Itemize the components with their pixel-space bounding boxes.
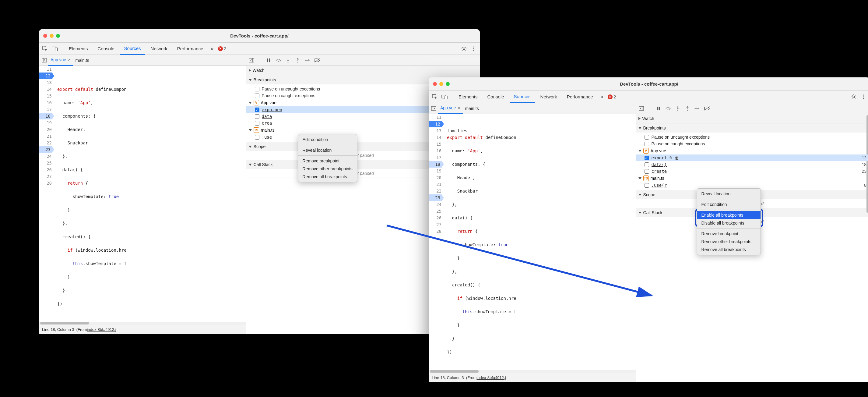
breakpoint-item[interactable]: ✓ export ✎ 🗑 12 (636, 154, 868, 161)
step-out-icon[interactable] (684, 105, 691, 112)
device-toolbar-icon[interactable] (51, 45, 59, 53)
tab-network[interactable]: Network (536, 91, 561, 103)
minimize-window-icon[interactable] (50, 34, 54, 38)
checkbox-checked-icon[interactable]: ✓ (255, 108, 259, 112)
file-tab-app-vue[interactable]: App.vue × (48, 55, 73, 66)
delete-icon[interactable]: 🗑 (675, 155, 679, 160)
menu-enable-all-breakpoints[interactable]: Enable all breakpoints (697, 211, 761, 219)
watch-section[interactable]: Watch (636, 114, 868, 123)
checkbox-icon[interactable] (645, 183, 649, 188)
tab-network[interactable]: Network (147, 42, 172, 55)
checkbox-icon[interactable] (645, 162, 649, 167)
close-tab-icon[interactable]: × (458, 106, 460, 110)
breakpoint-marker[interactable]: 23 (39, 146, 54, 153)
more-tabs-icon[interactable]: » (598, 93, 605, 100)
tab-elements[interactable]: Elements (454, 91, 482, 103)
svg-line-21 (314, 58, 320, 62)
code-editor[interactable]: 11 12 13 14 15 16 17 18 19 20 21 22 23 2… (429, 114, 636, 370)
inspect-icon[interactable] (431, 93, 439, 101)
pause-caught-checkbox[interactable]: Pause on caught exceptions (636, 140, 868, 147)
vertical-scrollbar[interactable] (866, 115, 868, 373)
tab-console[interactable]: Console (483, 91, 508, 103)
settings-gear-icon[interactable] (849, 93, 858, 101)
show-navigator-icon[interactable] (40, 58, 48, 62)
edit-icon[interactable]: ✎ (669, 155, 673, 160)
pause-uncaught-checkbox[interactable]: Pause on uncaught exceptions (636, 134, 868, 140)
kebab-menu-icon[interactable] (469, 45, 478, 53)
breakpoint-group-main[interactable]: TS main.ts (636, 175, 868, 182)
tab-console[interactable]: Console (93, 42, 119, 55)
menu-remove-other-breakpoints[interactable]: Remove other breakpoints (697, 238, 761, 246)
line-gutter[interactable]: 11 12 13 14 15 16 17 18 19 20 21 22 23 2… (429, 114, 444, 370)
checkbox-icon[interactable] (255, 135, 259, 140)
menu-edit-condition[interactable]: Edit condition (697, 200, 761, 208)
tab-sources[interactable]: Sources (510, 91, 535, 103)
step-over-icon[interactable] (275, 57, 282, 64)
minimize-window-icon[interactable] (439, 82, 443, 86)
inspect-icon[interactable] (41, 45, 49, 53)
checkbox-icon[interactable] (255, 114, 259, 119)
tab-elements[interactable]: Elements (65, 42, 92, 55)
menu-reveal-location[interactable]: Reveal location (697, 190, 761, 198)
more-tabs-icon[interactable]: » (209, 46, 216, 52)
error-badge[interactable]: ✕ 2 (607, 94, 617, 99)
source-map-link[interactable]: index-8bfa4912.j (87, 327, 116, 332)
tab-performance[interactable]: Performance (563, 91, 597, 103)
step-icon[interactable] (304, 57, 311, 64)
maximize-window-icon[interactable] (56, 34, 60, 38)
breakpoint-group-app[interactable]: V App.vue (636, 147, 868, 154)
menu-remove-all-breakpoints[interactable]: Remove all breakpoints (298, 173, 357, 181)
checkbox-icon[interactable] (255, 121, 259, 125)
close-window-icon[interactable] (433, 82, 437, 86)
breakpoint-marker[interactable]: 12 (429, 121, 444, 127)
tab-performance[interactable]: Performance (173, 42, 208, 55)
source-map-link[interactable]: index-8bfa4912.j (476, 375, 506, 380)
close-tab-icon[interactable]: × (68, 57, 70, 62)
device-toolbar-icon[interactable] (440, 93, 449, 101)
close-window-icon[interactable] (43, 34, 47, 38)
breakpoint-item[interactable]: .use(r 8 (636, 182, 868, 189)
menu-remove-other-breakpoints[interactable]: Remove other breakpoints (298, 165, 357, 173)
checkbox-checked-icon[interactable]: ✓ (645, 156, 649, 160)
line-gutter[interactable]: 11 12 13 14 15 16 17 18 19 20 21 22 23 2… (39, 66, 54, 322)
show-navigator-icon[interactable] (430, 106, 438, 111)
tab-sources[interactable]: Sources (120, 42, 145, 55)
menu-remove-breakpoint[interactable]: Remove breakpoint (697, 230, 761, 238)
step-into-icon[interactable] (674, 105, 681, 112)
menu-remove-all-breakpoints[interactable]: Remove all breakpoints (697, 246, 761, 254)
breakpoint-marker[interactable]: 18 (39, 113, 54, 119)
file-tab-app-vue[interactable]: App.vue × (438, 103, 463, 114)
error-badge[interactable]: ✕ 2 (217, 46, 228, 51)
step-into-icon[interactable] (285, 57, 291, 64)
step-out-icon[interactable] (294, 57, 301, 64)
pause-icon[interactable] (265, 57, 272, 64)
step-icon[interactable] (694, 105, 701, 112)
kebab-menu-icon[interactable] (859, 93, 868, 101)
checkbox-icon[interactable] (645, 169, 649, 174)
breakpoint-item[interactable]: create 23 (636, 168, 868, 175)
settings-gear-icon[interactable] (460, 45, 468, 53)
file-tab-main-ts[interactable]: main.ts (463, 103, 482, 114)
horizontal-scrollbar[interactable] (429, 370, 636, 373)
pause-icon[interactable] (655, 105, 661, 112)
menu-remove-breakpoint[interactable]: Remove breakpoint (298, 157, 357, 165)
code-editor[interactable]: 11 12 13 14 15 16 17 18 19 20 21 22 23 2… (39, 66, 246, 322)
menu-disable-all-breakpoints[interactable]: Disable all breakpoints (697, 219, 761, 227)
code-text[interactable]: export default defineCompon name: 'App',… (54, 66, 246, 322)
menu-edit-condition[interactable]: Edit condition (298, 136, 357, 143)
file-tab-main-ts[interactable]: main.ts (73, 55, 92, 66)
step-over-icon[interactable] (664, 105, 671, 112)
maximize-window-icon[interactable] (446, 82, 450, 86)
menu-reveal-location[interactable]: Reveal location (298, 146, 357, 154)
breakpoint-item[interactable]: data() 18 (636, 161, 868, 168)
hide-debugger-icon[interactable] (248, 57, 255, 64)
breakpoint-marker[interactable]: 12 (39, 73, 54, 79)
code-text[interactable]: familiesexport default defineCompon name… (444, 114, 636, 370)
breakpoint-marker[interactable]: 18 (429, 161, 444, 168)
breakpoint-marker[interactable]: 23 (429, 194, 444, 201)
deactivate-breakpoints-icon[interactable] (314, 57, 320, 64)
watch-section[interactable]: Watch (246, 66, 480, 75)
hide-debugger-icon[interactable] (638, 105, 645, 112)
deactivate-breakpoints-icon[interactable] (704, 105, 710, 112)
horizontal-scrollbar[interactable] (39, 322, 246, 325)
